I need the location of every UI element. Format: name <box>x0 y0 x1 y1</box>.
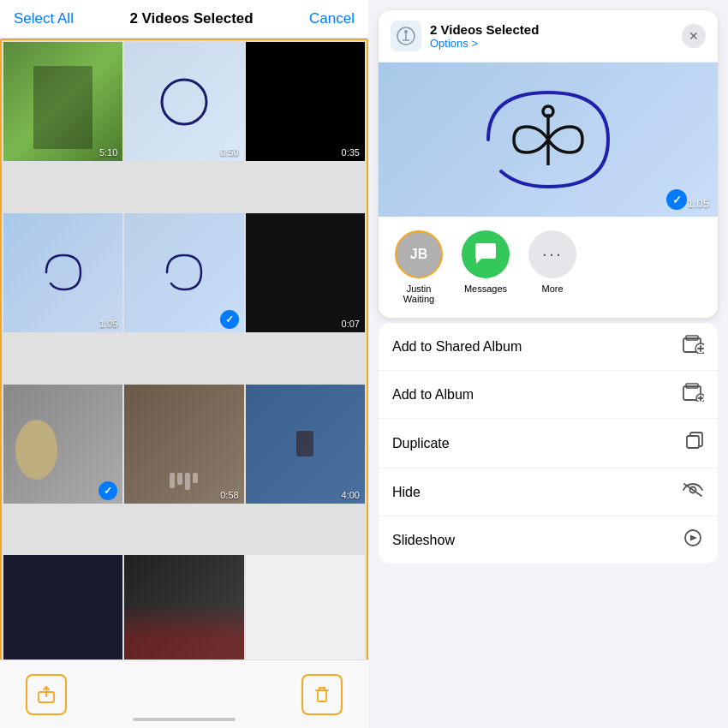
trash-icon <box>313 685 331 704</box>
grid-cell-9[interactable]: 4:00 <box>246 385 365 504</box>
contact-share-item[interactable]: JB JustinWaiting <box>389 230 449 304</box>
photos-header: Select All 2 Videos Selected Cancel <box>0 0 368 39</box>
logo-svg-5 <box>154 242 214 302</box>
grid-cell-2[interactable]: 0:50 <box>124 42 243 161</box>
more-label: More <box>541 283 563 294</box>
duration-9: 4:00 <box>342 490 360 500</box>
select-all-button[interactable]: Select All <box>14 10 74 27</box>
add-to-shared-album-action[interactable]: Add to Shared Album <box>379 323 718 371</box>
duration-3: 0:35 <box>342 147 360 158</box>
preview-logo-svg <box>462 75 634 204</box>
messages-bubble-icon <box>473 242 498 266</box>
share-icon <box>37 685 56 704</box>
grid-cell-7[interactable] <box>3 385 122 504</box>
share-close-button[interactable]: ✕ <box>682 24 706 48</box>
duplicate-label: Duplicate <box>392 436 450 451</box>
grid-cell-3[interactable]: 0:35 <box>246 42 365 161</box>
share-button[interactable] <box>26 674 67 715</box>
more-share-item[interactable]: ··· More <box>522 230 582 304</box>
share-icons-row: JB JustinWaiting Messages ··· More <box>379 217 718 318</box>
album-svg <box>682 383 704 402</box>
selected-badge-7 <box>98 481 117 500</box>
slideshow-icon <box>682 528 704 552</box>
grid-cell-1[interactable]: 5:10 <box>3 42 122 161</box>
selection-title: 2 Videos Selected <box>129 10 253 27</box>
shared-album-icon <box>682 335 704 358</box>
share-sheet-options[interactable]: Options > <box>430 37 682 50</box>
duplicate-action[interactable]: Duplicate <box>379 419 718 468</box>
duration-1: 5:10 <box>99 147 117 158</box>
add-to-album-action[interactable]: Add to Album <box>379 371 718 419</box>
actions-list: Add to Shared Album Add to Album <box>379 323 718 564</box>
messages-label: Messages <box>464 283 507 294</box>
grid-cell-5[interactable] <box>124 213 243 332</box>
logo-svg-4 <box>33 242 93 302</box>
duration-4: 1:05 <box>99 319 117 329</box>
hide-label: Hide <box>392 485 421 500</box>
duplicate-icon <box>683 431 704 456</box>
preview-check-badge: ✓ <box>666 189 687 210</box>
photos-panel: Select All 2 Videos Selected Cancel 5:10… <box>0 0 368 728</box>
messages-share-item[interactable]: Messages <box>456 230 516 304</box>
share-card: 2 Videos Selected Options > ✕ ✓ 1:05 <box>379 10 718 318</box>
grid-cell-12 <box>246 555 365 674</box>
svg-rect-17 <box>687 436 699 448</box>
contact-label: JustinWaiting <box>403 283 434 304</box>
album-icon <box>682 383 704 406</box>
svg-point-2 <box>404 30 408 33</box>
grid-cell-4[interactable]: 1:05 <box>3 213 122 332</box>
photos-app-icon <box>396 26 416 46</box>
messages-icon <box>462 230 510 278</box>
duration-8: 0:58 <box>220 490 238 500</box>
duration-6: 0:07 <box>342 319 360 329</box>
share-sheet-title: 2 Videos Selected <box>430 22 682 37</box>
grid-cell-10[interactable]: 0:24 <box>3 555 122 674</box>
delete-button[interactable] <box>301 674 343 715</box>
hide-action[interactable]: Hide <box>379 468 718 516</box>
hide-svg <box>682 480 704 499</box>
duration-2: 0:50 <box>220 147 238 158</box>
selected-badge-5 <box>220 310 239 329</box>
share-panel: 2 Videos Selected Options > ✕ ✓ 1:05 <box>368 0 728 728</box>
more-icon: ··· <box>528 230 576 278</box>
add-to-shared-album-label: Add to Shared Album <box>392 339 522 355</box>
shared-album-svg <box>682 335 704 354</box>
slideshow-action[interactable]: Slideshow <box>379 516 718 564</box>
share-card-title-group: 2 Videos Selected Options > <box>430 22 682 50</box>
add-to-album-label: Add to Album <box>392 387 474 403</box>
slideshow-svg <box>682 528 704 547</box>
duplicate-svg <box>683 431 704 451</box>
hide-icon <box>682 480 704 504</box>
contact-avatar: JB <box>395 230 443 278</box>
grid-cell-8[interactable]: 0:58 <box>124 385 243 504</box>
cancel-button[interactable]: Cancel <box>309 10 355 27</box>
share-card-header: 2 Videos Selected Options > ✕ <box>379 10 718 63</box>
grid-cell-11[interactable]: 1:37 <box>124 555 243 674</box>
slideshow-label: Slideshow <box>392 533 455 548</box>
share-preview: ✓ 1:05 <box>379 63 718 217</box>
preview-duration: 1:05 <box>688 197 709 210</box>
grid-cell-6[interactable]: 0:07 <box>246 213 365 332</box>
share-app-icon <box>391 21 421 51</box>
home-indicator <box>133 718 236 721</box>
bottom-toolbar <box>0 659 368 728</box>
